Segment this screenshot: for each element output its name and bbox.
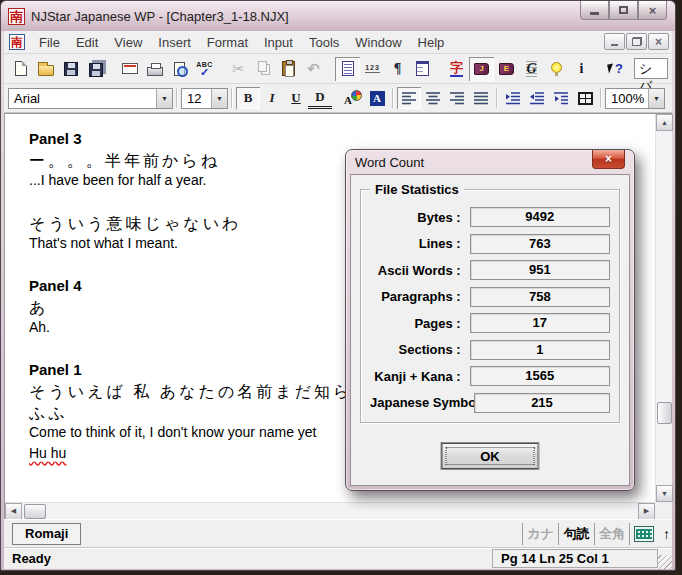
table-button[interactable] (573, 87, 597, 109)
mdi-close-button[interactable]: × (648, 33, 669, 50)
horizontal-scrollbar[interactable]: ◀ ▶ (5, 502, 655, 519)
grammar-button[interactable]: G (519, 57, 544, 81)
keyboard-icon[interactable] (634, 526, 654, 542)
paragraph-marks-button[interactable]: ¶ (385, 57, 410, 81)
scroll-left-button[interactable]: ◀ (5, 503, 22, 520)
toggle-punctuation[interactable]: 句読 (558, 523, 594, 545)
doc-heading: Panel 3 (29, 130, 655, 151)
mdi-minimize-button[interactable] (604, 33, 625, 50)
spell-check-button[interactable]: ABC ✓ (192, 57, 217, 81)
menu-window[interactable]: Window (347, 33, 409, 52)
save-all-button[interactable] (83, 57, 108, 81)
zoom-combo[interactable]: 100% ▼ (605, 88, 665, 109)
align-right-button[interactable] (445, 87, 469, 109)
open-file-button[interactable] (33, 57, 58, 81)
font-name-combo[interactable]: Arial ▼ (8, 88, 173, 109)
font-name-value: Arial (9, 91, 156, 106)
dialog-titlebar[interactable]: Word Count (346, 150, 634, 174)
document-system-icon[interactable]: 南 (9, 34, 25, 50)
print-icon (147, 67, 163, 76)
dialog-close-button[interactable]: × (592, 150, 625, 169)
print-button[interactable] (142, 57, 167, 81)
vertical-scrollbar[interactable]: ▲ ▼ (655, 114, 672, 502)
hanging-indent-button[interactable] (549, 87, 573, 109)
stat-value-bytes: 9492 (470, 207, 610, 227)
double-underline-button[interactable]: D (308, 87, 332, 109)
menu-edit[interactable]: Edit (68, 33, 106, 52)
menu-format[interactable]: Format (199, 33, 256, 52)
scroll-down-button[interactable]: ▼ (656, 485, 673, 502)
resize-grip[interactable] (658, 555, 672, 569)
mdi-restore-button[interactable] (626, 33, 647, 50)
highlight-color-button[interactable]: A (365, 87, 389, 109)
new-document-button[interactable] (8, 57, 33, 81)
scroll-right-button[interactable]: ▶ (638, 503, 655, 520)
page-layout-button[interactable] (335, 57, 360, 81)
align-center-button[interactable] (421, 87, 445, 109)
spell-check-icon: ABC ✓ (196, 61, 213, 77)
zoom-dropdown-arrow[interactable]: ▼ (648, 89, 664, 108)
cut-scissors-icon: ✂ (232, 60, 245, 78)
raise-bar-arrow[interactable]: ↑ (663, 526, 670, 542)
stat-value-pages: 17 (470, 313, 610, 333)
english-dictionary-button[interactable]: E (494, 57, 519, 81)
status-message: Ready (12, 551, 51, 566)
menu-view[interactable]: View (106, 33, 150, 52)
mdi-minimize-icon (611, 44, 618, 46)
page-layout-icon (342, 61, 354, 76)
ime-input-bar: Romaji カナ 句読 全角 ↑ (4, 519, 672, 547)
ime-mode-button[interactable]: Romaji (12, 523, 81, 545)
align-left-button[interactable] (397, 87, 421, 109)
justify-icon (473, 91, 489, 105)
line-numbers-button[interactable]: 123 (360, 57, 385, 81)
menu-file[interactable]: File (31, 33, 68, 52)
minimize-icon (590, 12, 599, 15)
menu-help[interactable]: Help (410, 33, 453, 52)
underline-button[interactable]: U (284, 87, 308, 109)
menu-insert[interactable]: Insert (150, 33, 199, 52)
print-preview-button[interactable] (167, 57, 192, 81)
font-name-dropdown-arrow[interactable]: ▼ (156, 89, 172, 108)
scroll-up-button[interactable]: ▲ (656, 114, 673, 131)
main-window: 南 NJStar Japanese WP - [Chapter3_1-18.NJ… (0, 0, 676, 571)
info-icon: i (580, 61, 584, 77)
tips-button[interactable] (544, 57, 569, 81)
info-button[interactable]: i (569, 57, 594, 81)
paste-button[interactable] (276, 57, 301, 81)
increase-indent-button[interactable] (501, 87, 525, 109)
menu-tools[interactable]: Tools (301, 33, 347, 52)
group-title: File Statistics (370, 182, 464, 197)
ok-button[interactable]: OK (442, 443, 539, 469)
menu-input[interactable]: Input (256, 33, 301, 52)
vertical-scroll-thumb[interactable] (657, 402, 672, 424)
save-button[interactable] (58, 57, 83, 81)
highlight-color-icon: A (370, 91, 385, 106)
decrease-indent-button[interactable] (525, 87, 549, 109)
mdi-restore-icon (632, 37, 642, 46)
align-left-icon (401, 91, 417, 105)
japanese-dictionary-button[interactable]: J (469, 57, 494, 81)
ime-buffer-input[interactable]: シバイタ (634, 58, 668, 79)
align-center-icon (425, 91, 441, 105)
font-size-combo[interactable]: 12 ▼ (181, 88, 228, 109)
horizontal-scroll-thumb[interactable] (24, 504, 46, 519)
toggle-fullwidth[interactable]: 全角 (594, 523, 630, 545)
maximize-button[interactable] (609, 1, 638, 20)
close-button[interactable]: × (638, 1, 667, 20)
minimize-button[interactable] (580, 1, 609, 20)
titlebar[interactable]: 南 NJStar Japanese WP - [Chapter3_1-18.NJ… (1, 1, 675, 31)
email-icon (122, 63, 138, 74)
open-folder-icon (38, 65, 54, 76)
bold-button[interactable]: B (236, 87, 260, 109)
justify-button[interactable] (469, 87, 493, 109)
character-count-button[interactable]: 字 (444, 57, 469, 81)
ruler-button[interactable] (410, 57, 435, 81)
cut-button: ✂ (226, 57, 251, 81)
email-button[interactable] (117, 57, 142, 81)
dialog-title: Word Count (355, 155, 424, 170)
toggle-katakana[interactable]: カナ (522, 523, 558, 545)
font-color-button[interactable]: A (341, 87, 365, 109)
font-size-dropdown-arrow[interactable]: ▼ (211, 89, 227, 108)
italic-button[interactable]: I (260, 87, 284, 109)
context-help-button[interactable]: ? (603, 57, 628, 81)
